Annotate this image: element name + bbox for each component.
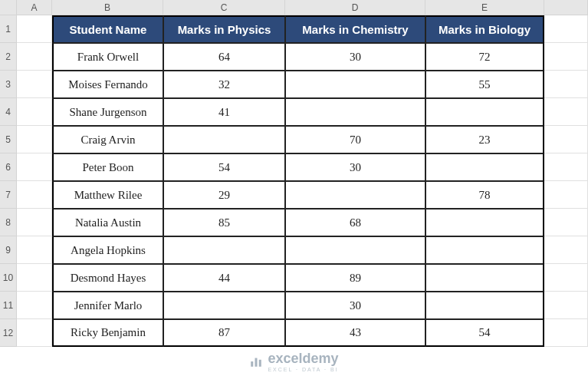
cell-name-1[interactable]: Moises Fernando: [52, 71, 163, 98]
row-header-4[interactable]: 4: [0, 98, 17, 126]
row-header-3[interactable]: 3: [0, 71, 17, 98]
table-header-physics[interactable]: Marks in Physics: [163, 15, 285, 43]
row-header-8[interactable]: 8: [0, 209, 17, 236]
table-header-name[interactable]: Student Name: [52, 15, 163, 43]
watermark-tagline: EXCEL · DATA · BI: [268, 367, 338, 372]
cell-phy-4[interactable]: 54: [163, 153, 285, 181]
cell-chem-10[interactable]: 43: [285, 319, 425, 347]
cell-chem-8[interactable]: 89: [285, 264, 425, 292]
watermark: exceldemy EXCEL · DATA · BI: [0, 351, 588, 372]
cell-A9[interactable]: [17, 236, 52, 264]
cell-A8[interactable]: [17, 209, 52, 236]
cell-phy-5[interactable]: 29: [163, 181, 285, 209]
cell-chem-7[interactable]: [285, 236, 425, 264]
bar-chart-icon: [249, 355, 263, 368]
cell-bio-4[interactable]: [425, 153, 544, 181]
row-header-11[interactable]: 11: [0, 292, 17, 319]
cell-chem-9[interactable]: 30: [285, 292, 425, 319]
watermark-brand: exceldemy: [268, 351, 338, 366]
cell-F12[interactable]: [544, 319, 588, 347]
cell-name-2[interactable]: Shane Jurgenson: [52, 98, 163, 126]
cell-phy-8[interactable]: 44: [163, 264, 285, 292]
col-header-blank: [544, 0, 588, 15]
cell-F2[interactable]: [544, 43, 588, 71]
cell-A12[interactable]: [17, 319, 52, 347]
cell-F10[interactable]: [544, 264, 588, 292]
cell-F5[interactable]: [544, 126, 588, 153]
cell-name-6[interactable]: Natalia Austin: [52, 209, 163, 236]
row-header-2[interactable]: 2: [0, 43, 17, 71]
cell-phy-3[interactable]: [163, 126, 285, 153]
table-header-chemistry[interactable]: Marks in Chemistry: [285, 15, 425, 43]
cell-name-8[interactable]: Desmond Hayes: [52, 264, 163, 292]
cell-F3[interactable]: [544, 71, 588, 98]
cell-phy-10[interactable]: 87: [163, 319, 285, 347]
cell-F7[interactable]: [544, 181, 588, 209]
svg-rect-1: [255, 358, 258, 367]
col-header-B[interactable]: B: [52, 0, 163, 15]
row-header-10[interactable]: 10: [0, 264, 17, 292]
cell-bio-0[interactable]: 72: [425, 43, 544, 71]
cell-phy-0[interactable]: 64: [163, 43, 285, 71]
cell-F11[interactable]: [544, 292, 588, 319]
cell-phy-6[interactable]: 85: [163, 209, 285, 236]
cell-name-7[interactable]: Angela Hopkins: [52, 236, 163, 264]
row-header-5[interactable]: 5: [0, 126, 17, 153]
col-header-C[interactable]: C: [163, 0, 285, 15]
cell-name-4[interactable]: Peter Boon: [52, 153, 163, 181]
cell-A10[interactable]: [17, 264, 52, 292]
cell-F6[interactable]: [544, 153, 588, 181]
cell-A6[interactable]: [17, 153, 52, 181]
cell-chem-1[interactable]: [285, 71, 425, 98]
cell-phy-7[interactable]: [163, 236, 285, 264]
cell-chem-2[interactable]: [285, 98, 425, 126]
cell-bio-1[interactable]: 55: [425, 71, 544, 98]
table-header-biology[interactable]: Marks in Biology: [425, 15, 544, 43]
cell-A4[interactable]: [17, 98, 52, 126]
cell-bio-7[interactable]: [425, 236, 544, 264]
col-header-A[interactable]: A: [17, 0, 52, 15]
cell-F4[interactable]: [544, 98, 588, 126]
cell-chem-5[interactable]: [285, 181, 425, 209]
row-header-6[interactable]: 6: [0, 153, 17, 181]
col-header-E[interactable]: E: [425, 0, 544, 15]
cell-A7[interactable]: [17, 181, 52, 209]
cell-A5[interactable]: [17, 126, 52, 153]
cell-name-5[interactable]: Matthew Rilee: [52, 181, 163, 209]
cell-chem-0[interactable]: 30: [285, 43, 425, 71]
cell-F1[interactable]: [544, 15, 588, 43]
cell-A3[interactable]: [17, 71, 52, 98]
cell-bio-6[interactable]: [425, 209, 544, 236]
cell-A2[interactable]: [17, 43, 52, 71]
cell-bio-10[interactable]: 54: [425, 319, 544, 347]
svg-rect-0: [251, 361, 254, 367]
cell-A1[interactable]: [17, 15, 52, 43]
row-header-1[interactable]: 1: [0, 15, 17, 43]
cell-bio-2[interactable]: [425, 98, 544, 126]
cell-chem-3[interactable]: 70: [285, 126, 425, 153]
cell-phy-9[interactable]: [163, 292, 285, 319]
cell-bio-8[interactable]: [425, 264, 544, 292]
cell-F8[interactable]: [544, 209, 588, 236]
spreadsheet-grid[interactable]: A B C D E 1 Student Name Marks in Physic…: [0, 0, 588, 347]
cell-name-9[interactable]: Jennifer Marlo: [52, 292, 163, 319]
cell-bio-3[interactable]: 23: [425, 126, 544, 153]
cell-chem-6[interactable]: 68: [285, 209, 425, 236]
cell-F9[interactable]: [544, 236, 588, 264]
cell-bio-5[interactable]: 78: [425, 181, 544, 209]
cell-bio-9[interactable]: [425, 292, 544, 319]
cell-chem-4[interactable]: 30: [285, 153, 425, 181]
svg-rect-2: [259, 360, 261, 367]
cell-A11[interactable]: [17, 292, 52, 319]
cell-phy-1[interactable]: 32: [163, 71, 285, 98]
select-all-corner[interactable]: [0, 0, 17, 15]
row-header-12[interactable]: 12: [0, 319, 17, 347]
cell-name-10[interactable]: Ricky Benjamin: [52, 319, 163, 347]
cell-name-3[interactable]: Craig Arvin: [52, 126, 163, 153]
cell-phy-2[interactable]: 41: [163, 98, 285, 126]
row-header-7[interactable]: 7: [0, 181, 17, 209]
cell-name-0[interactable]: Frank Orwell: [52, 43, 163, 71]
row-header-9[interactable]: 9: [0, 236, 17, 264]
col-header-D[interactable]: D: [285, 0, 425, 15]
